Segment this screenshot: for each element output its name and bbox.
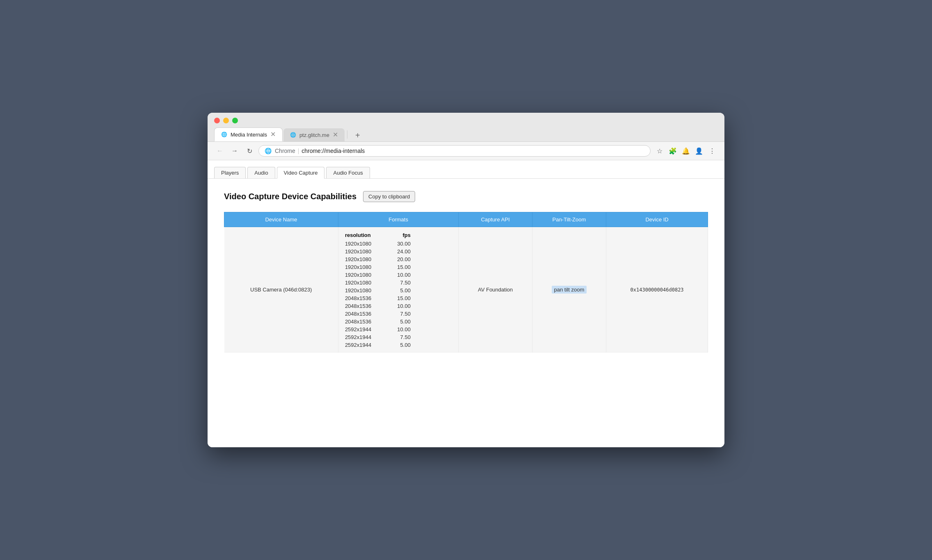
format-resolution-value: 1920x1080 — [345, 287, 382, 294]
tab-title-media: Media Internals — [231, 132, 267, 138]
menu-button[interactable]: ⋮ — [706, 145, 718, 157]
format-fps-value: 5.00 — [390, 319, 411, 325]
page-title: Video Capture Device Capabilities — [224, 192, 356, 201]
bookmark-button[interactable]: ☆ — [654, 145, 665, 157]
account-button[interactable]: 👤 — [693, 145, 705, 157]
format-resolution-value: 2048x1536 — [345, 311, 382, 317]
tab-audio-focus[interactable]: Audio Focus — [326, 167, 370, 178]
maximize-button[interactable] — [232, 118, 238, 123]
capabilities-table: Device Name Formats Capture API Pan-Tilt… — [224, 212, 708, 353]
col-header-device-name: Device Name — [224, 212, 338, 227]
tab-divider — [347, 130, 347, 139]
format-resolution-value: 1920x1080 — [345, 241, 382, 247]
address-bar[interactable]: 🌐 Chrome | chrome://media-internals — [258, 145, 651, 157]
format-resolution-value: 1920x1080 — [345, 272, 382, 278]
format-fps-value: 10.00 — [390, 326, 411, 332]
format-resolution-value: 2048x1536 — [345, 303, 382, 309]
format-fps-value: 15.00 — [390, 264, 411, 270]
device-id-cell: 0x14300000046d0823 — [606, 227, 708, 353]
tab-close-media[interactable]: ✕ — [270, 131, 276, 138]
browser-tab-active[interactable]: 🌐 Media Internals ✕ — [214, 127, 283, 141]
format-fps-header: fps — [390, 232, 411, 238]
format-fps-value: 15.00 — [390, 295, 411, 301]
format-fps-value: 5.00 — [390, 342, 411, 348]
tab-players[interactable]: Players — [214, 167, 246, 178]
forward-button[interactable]: → — [229, 145, 240, 157]
tab-title-ptz: ptz.glitch.me — [299, 132, 329, 138]
copy-to-clipboard-button[interactable]: Copy to clipboard — [363, 191, 415, 202]
format-fps-value: 20.00 — [390, 256, 411, 262]
browser-window: 🌐 Media Internals ✕ 🌐 ptz.glitch.me ✕ + … — [208, 113, 724, 447]
tabs-bar: 🌐 Media Internals ✕ 🌐 ptz.glitch.me ✕ + — [214, 127, 718, 141]
minimize-button[interactable] — [223, 118, 229, 123]
internals-tabs: Players Audio Video Capture Audio Focus — [208, 160, 724, 179]
new-tab-button[interactable]: + — [352, 129, 364, 141]
browser-tab-ptz[interactable]: 🌐 ptz.glitch.me ✕ — [283, 128, 345, 141]
title-bar: 🌐 Media Internals ✕ 🌐 ptz.glitch.me ✕ + — [208, 113, 724, 142]
table-row: USB Camera (046d:0823)resolutionfps1920x… — [224, 227, 708, 353]
browser-content: Players Audio Video Capture Audio Focus … — [208, 160, 724, 447]
col-header-capture-api: Capture API — [459, 212, 532, 227]
address-text: Chrome | chrome://media-internals — [275, 148, 644, 154]
back-button[interactable]: ← — [214, 145, 226, 157]
format-fps-value: 10.00 — [390, 303, 411, 309]
table-header-row: Device Name Formats Capture API Pan-Tilt… — [224, 212, 708, 227]
tab-favicon-ptz: 🌐 — [290, 132, 296, 138]
format-resolution-value: 1920x1080 — [345, 248, 382, 255]
format-resolution-header: resolution — [345, 232, 382, 238]
tab-video-capture[interactable]: Video Capture — [277, 167, 325, 179]
col-header-device-id: Device ID — [606, 212, 708, 227]
address-url: chrome://media-internals — [302, 148, 365, 154]
format-resolution-value: 1920x1080 — [345, 264, 382, 270]
format-fps-value: 7.50 — [390, 280, 411, 286]
close-button[interactable] — [214, 118, 220, 123]
format-resolution-value: 2592x1944 — [345, 334, 382, 340]
tab-close-ptz[interactable]: ✕ — [333, 132, 338, 138]
device-name-cell: USB Camera (046d:0823) — [224, 227, 338, 353]
col-header-formats: Formats — [338, 212, 458, 227]
nav-actions: ☆ 🧩 🔔 👤 ⋮ — [654, 145, 718, 157]
format-fps-value: 5.00 — [390, 287, 411, 294]
address-separator: | — [298, 148, 301, 154]
formats-cell: resolutionfps1920x108030.001920x108024.0… — [338, 227, 458, 353]
security-icon: 🌐 — [265, 148, 272, 154]
page-header: Video Capture Device Capabilities Copy t… — [224, 191, 708, 202]
main-content: Video Capture Device Capabilities Copy t… — [208, 179, 724, 365]
format-resolution-value: 2592x1944 — [345, 326, 382, 332]
ptz-value: pan tilt zoom — [552, 286, 587, 294]
nav-bar: ← → ↻ 🌐 Chrome | chrome://media-internal… — [208, 142, 724, 160]
format-fps-value: 30.00 — [390, 241, 411, 247]
format-resolution-value: 2048x1536 — [345, 319, 382, 325]
format-resolution-value: 2592x1944 — [345, 342, 382, 348]
extensions-button[interactable]: 🧩 — [667, 145, 678, 157]
format-resolution-value: 2048x1536 — [345, 295, 382, 301]
format-resolution-value: 1920x1080 — [345, 280, 382, 286]
format-fps-value: 7.50 — [390, 334, 411, 340]
tab-favicon-media: 🌐 — [221, 132, 227, 137]
tab-audio[interactable]: Audio — [247, 167, 275, 178]
format-fps-value: 24.00 — [390, 248, 411, 255]
format-fps-value: 10.00 — [390, 272, 411, 278]
reload-button[interactable]: ↻ — [244, 145, 255, 157]
traffic-lights — [214, 118, 718, 123]
profile-button[interactable]: 🔔 — [680, 145, 692, 157]
capture-api-cell: AV Foundation — [459, 227, 532, 353]
format-resolution-value: 1920x1080 — [345, 256, 382, 262]
format-fps-value: 7.50 — [390, 311, 411, 317]
col-header-pan-tilt-zoom: Pan-Tilt-Zoom — [532, 212, 606, 227]
ptz-cell: pan tilt zoom — [532, 227, 606, 353]
address-chrome-label: Chrome — [275, 148, 295, 154]
